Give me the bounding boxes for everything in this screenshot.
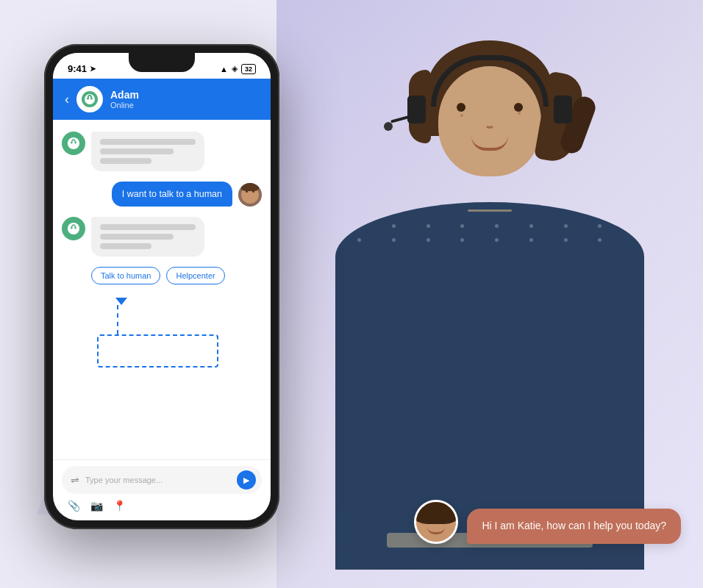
bot-bubble-1 [91,132,204,171]
battery-indicator: 32 [241,64,256,74]
message-lines-2 [100,224,196,249]
quick-replies: Talk to human Helpcenter [62,267,262,284]
translate-icon: ⇌ [71,474,79,486]
message-lines-1 [100,139,196,164]
input-actions: 📎 📷 📍 [62,494,262,514]
helpcenter-btn[interactable]: Helpcenter [166,267,224,284]
bot-avatar-2 [62,217,85,240]
user-bubble: I want to talk to a human [112,182,232,207]
agent-name: Adam [110,89,259,101]
svg-rect-18 [72,225,76,226]
svg-point-13 [68,223,79,234]
svg-point-14 [71,227,73,229]
agent-figure [335,22,644,566]
msg-line [100,139,196,145]
svg-point-9 [74,142,76,144]
phone-notch [129,53,195,72]
katie-chat-container: Hi I am Katie, how can I help you today? [414,500,681,544]
selection-triangle [115,298,127,305]
selection-indicator [91,298,262,368]
location-icon: ➤ [90,65,96,73]
user-avatar [238,183,262,207]
svg-point-15 [74,227,76,229]
agent-status: Online [110,101,259,110]
katie-avatar [414,500,458,544]
bot-message-2 [62,217,262,257]
send-icon: ▶ [243,476,249,485]
svg-point-7 [68,137,79,149]
msg-line [100,158,151,164]
phone-mockup: 9:41 ➤ ▲ ◈ 32 ‹ [44,44,279,529]
svg-point-8 [71,142,73,144]
msg-line [100,148,174,154]
msg-line [100,224,196,230]
chat-body: I want to talk to a human [53,120,271,459]
send-button[interactable]: ▶ [237,470,256,490]
phone-screen: 9:41 ➤ ▲ ◈ 32 ‹ [53,53,271,520]
chat-header-info: Adam Online [110,89,259,110]
talk-to-human-btn[interactable]: Talk to human [91,267,160,284]
status-time: 9:41 ➤ [68,63,96,74]
input-row: ⇌ Type your message... ▶ [62,466,262,494]
chat-input-area: ⇌ Type your message... ▶ 📎 📷 📍 [53,459,271,520]
bot-avatar-header [76,86,103,112]
svg-point-2 [87,98,89,100]
msg-line [100,243,151,249]
signal-icon: ▲ [220,65,228,74]
bot-bubble-2 [91,217,204,257]
chat-header: ‹ Adam Online [53,79,271,120]
message-input[interactable]: Type your message... [85,476,231,484]
bot-avatar-1 [62,132,85,155]
user-message-row: I want to talk to a human [62,182,262,207]
msg-line [100,234,174,240]
svg-rect-12 [72,140,76,140]
wifi-icon: ◈ [232,64,238,74]
camera-icon[interactable]: 📷 [90,500,103,512]
bot-message-1 [62,132,262,171]
status-icons: ▲ ◈ 32 [220,64,256,74]
svg-rect-6 [88,95,91,96]
bot-svg [82,91,98,107]
back-button[interactable]: ‹ [65,92,69,107]
katie-bubble: Hi I am Katie, how can I help you today? [467,509,681,544]
bot-icon [82,91,98,107]
svg-point-3 [90,98,93,100]
attachment-icon[interactable]: 📎 [68,500,80,512]
location-action-icon[interactable]: 📍 [113,500,126,512]
